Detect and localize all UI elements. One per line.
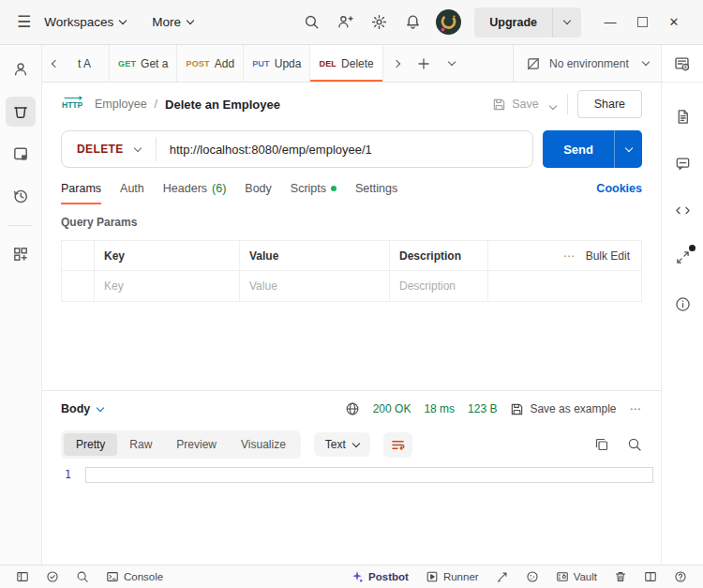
runner-button[interactable]: Runner: [417, 565, 487, 588]
column-options-icon[interactable]: ⋯: [563, 249, 576, 263]
response-options-icon[interactable]: ⋯: [630, 402, 643, 415]
hamburger-menu-icon[interactable]: ☰: [17, 12, 31, 32]
key-input[interactable]: Key: [95, 271, 240, 301]
environments-icon[interactable]: [6, 139, 36, 169]
wrap-lines-button[interactable]: [383, 432, 412, 458]
tab-body[interactable]: Body: [245, 173, 272, 204]
request-tab-post[interactable]: POST Add: [177, 45, 244, 82]
breadcrumb-collection[interactable]: Employee: [95, 98, 147, 111]
request-tab-delete-active[interactable]: DEL Delete: [310, 45, 382, 82]
send-options-chevron[interactable]: [614, 130, 642, 168]
response-toolbar: Pretty Raw Preview Visualize Text: [42, 427, 661, 462]
cookies-link[interactable]: Cookies: [596, 182, 642, 195]
no-environment-icon: [526, 56, 541, 71]
history-icon[interactable]: [6, 181, 36, 211]
window-maximize-button[interactable]: [626, 7, 658, 38]
url-input[interactable]: http://localhost:8080/emp/employee/1: [157, 143, 385, 157]
tab-params[interactable]: Params: [61, 173, 101, 204]
status-badge[interactable]: 200 OK: [373, 402, 411, 415]
more-menu[interactable]: More: [152, 15, 193, 29]
documentation-icon[interactable]: [673, 107, 692, 126]
scroll-tabs-right-icon[interactable]: [383, 45, 410, 82]
tab-headers[interactable]: Headers (6): [163, 173, 227, 204]
settings-gear-icon[interactable]: [365, 8, 393, 37]
response-body-dropdown[interactable]: Body: [61, 402, 103, 415]
comments-icon[interactable]: [673, 154, 692, 173]
search-icon[interactable]: [297, 8, 325, 37]
request-tab[interactable]: t A: [68, 45, 110, 82]
save-button[interactable]: Save: [492, 98, 539, 112]
toggle-sidebar-button[interactable]: [7, 565, 37, 588]
format-dropdown[interactable]: Text: [314, 432, 370, 457]
trash-button[interactable]: [606, 565, 636, 588]
status-bar: Console Postbot Runner Vault: [0, 565, 703, 588]
two-pane-view-button[interactable]: [636, 565, 666, 588]
status-ok-button[interactable]: [37, 565, 67, 588]
value-input[interactable]: Value: [240, 271, 390, 301]
http-request-icon: HTTP: [61, 96, 87, 113]
window-close-button[interactable]: ✕: [658, 7, 690, 38]
environment-selector[interactable]: No environment: [513, 45, 661, 82]
chevron-down-icon: [97, 403, 104, 411]
description-input[interactable]: Description: [390, 271, 488, 301]
tab-settings[interactable]: Settings: [355, 173, 397, 204]
console-button[interactable]: Console: [97, 565, 172, 588]
notifications-bell-icon[interactable]: [398, 8, 426, 37]
trash-icon: [614, 570, 627, 583]
tab-auth[interactable]: Auth: [120, 173, 144, 204]
workspaces-menu[interactable]: Workspaces: [44, 15, 126, 29]
help-button[interactable]: [666, 565, 696, 588]
notification-dot: [689, 245, 696, 251]
scroll-tabs-left-icon[interactable]: [42, 45, 68, 82]
upgrade-chevron[interactable]: [553, 21, 581, 23]
line-number: 1: [42, 467, 85, 483]
upgrade-button[interactable]: Upgrade: [474, 8, 581, 38]
request-tab-get[interactable]: GET Get a: [110, 45, 177, 82]
send-button[interactable]: Send: [543, 130, 614, 168]
save-floppy-icon: [510, 402, 524, 416]
response-empty-line[interactable]: [85, 467, 653, 483]
save-as-example-button[interactable]: Save as example: [510, 402, 616, 416]
two-pane-icon: [644, 570, 657, 583]
save-options-chevron[interactable]: [548, 96, 558, 113]
related-requests-icon[interactable]: [673, 248, 692, 266]
window-minimize-button[interactable]: —: [594, 7, 626, 38]
copy-icon[interactable]: [594, 437, 609, 452]
response-size[interactable]: 123 B: [468, 402, 497, 415]
bulk-edit-button[interactable]: ⋯ Bulk Edit: [488, 241, 641, 270]
chevron-down-icon: [352, 439, 360, 446]
info-icon[interactable]: [673, 294, 692, 313]
invite-user-icon[interactable]: [331, 8, 359, 37]
search-response-icon[interactable]: [627, 437, 642, 452]
view-visualize[interactable]: Visualize: [229, 433, 298, 456]
code-snippet-icon[interactable]: [673, 201, 692, 219]
response-body-editor[interactable]: 1: [42, 462, 661, 565]
request-tab-put[interactable]: PUT Upda: [244, 45, 310, 82]
collections-icon[interactable]: [6, 97, 36, 127]
view-pretty[interactable]: Pretty: [64, 433, 117, 456]
row-checkbox-cell[interactable]: [62, 271, 95, 301]
network-globe-icon[interactable]: [345, 401, 360, 416]
postbot-button[interactable]: Postbot: [342, 565, 417, 588]
more-tools-icon[interactable]: [6, 239, 36, 269]
workspaces-label: Workspaces: [44, 15, 113, 29]
capture-requests-icon: [496, 570, 509, 583]
find-button[interactable]: [67, 565, 97, 588]
capture-requests-button[interactable]: [487, 565, 517, 588]
breadcrumb-request-name[interactable]: Delete an Employee: [165, 98, 280, 112]
tab-options-chevron-icon[interactable]: [438, 45, 466, 82]
new-tab-icon[interactable]: [410, 45, 438, 82]
share-button[interactable]: Share: [577, 90, 642, 118]
environment-quick-look-icon[interactable]: [673, 54, 692, 73]
response-time[interactable]: 18 ms: [424, 402, 455, 415]
tab-scripts[interactable]: Scripts: [291, 173, 337, 204]
view-preview[interactable]: Preview: [164, 433, 229, 456]
table-row: Key Value Description: [62, 271, 641, 301]
vault-button[interactable]: Vault: [547, 565, 606, 588]
view-raw[interactable]: Raw: [117, 433, 164, 456]
cookies-button[interactable]: [517, 565, 547, 588]
profile-icon[interactable]: [6, 54, 36, 84]
user-avatar[interactable]: [436, 9, 461, 35]
method-selector[interactable]: DELETE: [62, 143, 156, 156]
select-all-cell[interactable]: [62, 241, 95, 270]
